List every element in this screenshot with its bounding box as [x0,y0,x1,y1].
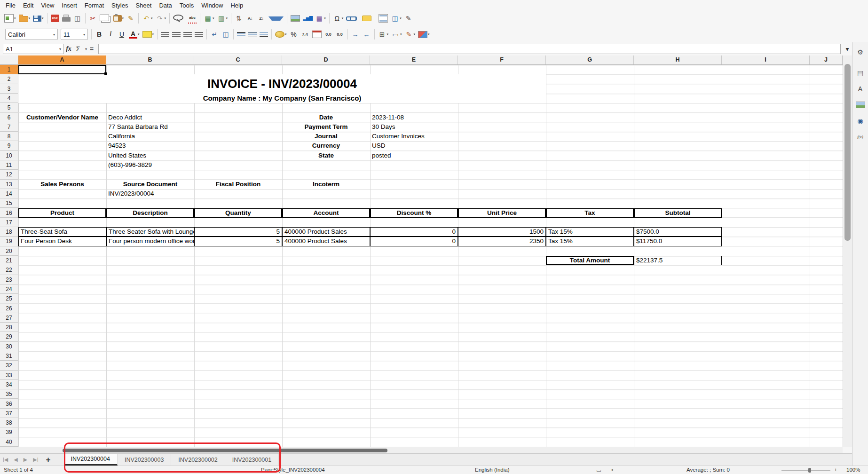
zoom-slider[interactable] [781,470,830,471]
navigator-button[interactable]: ◉ [853,114,868,128]
row-header-30[interactable]: 30 [0,342,18,351]
save-button[interactable]: ▾ [32,12,45,25]
horizontal-scrollbar[interactable] [0,447,843,453]
row-header-35[interactable]: 35 [0,389,18,399]
cell-E16[interactable]: Discount % [370,208,458,218]
align-center-button[interactable] [171,28,182,41]
border-style-button[interactable]: ▭▾ [390,28,403,41]
chevron-down-icon[interactable]: ▾ [151,16,153,20]
previous-sheet-icon[interactable]: ◀ [11,454,20,466]
chevron-down-icon[interactable]: ▾ [342,16,344,20]
column-header-A[interactable]: A [18,55,106,64]
decrease-indent-button[interactable]: ← [361,28,372,41]
wrap-text-button[interactable]: ↵ [209,28,220,41]
row-header-39[interactable]: 39 [0,427,18,437]
conditional-formatting-button[interactable]: ▾ [417,28,431,41]
column-header-J[interactable]: J [810,55,843,64]
cell-B19[interactable]: Four person modern office workstation [106,237,194,246]
cell-H19[interactable]: $11750.0 [634,237,722,246]
row-header-21[interactable]: 21 [0,256,18,265]
sort-descending-button[interactable]: Z↓ [256,12,267,25]
sort-button[interactable]: ⇅ [233,12,245,25]
column-button[interactable]: ▥▾ [216,12,229,25]
cell-A19[interactable]: Four Person Desk [18,237,106,246]
row-button[interactable]: ▤▾ [202,12,216,25]
name-box[interactable]: A1 ▾ [3,44,64,54]
row-header-33[interactable]: 33 [0,371,18,380]
print-button[interactable] [61,12,72,25]
row-header-32[interactable]: 32 [0,361,18,370]
new-spreadsheet-button[interactable]: ▾ [3,12,17,25]
chevron-down-icon[interactable]: ▾ [152,32,154,36]
zoom-level[interactable]: 100% [846,467,860,473]
cell-G21[interactable]: Total Amount [546,256,634,265]
menu-data[interactable]: Data [155,1,175,10]
row-header-8[interactable]: 8 [0,132,18,141]
horizontal-scrollbar-thumb[interactable] [63,449,387,452]
menu-file[interactable]: File [2,1,19,10]
chevron-down-icon[interactable]: ▾ [83,32,85,37]
pivot-table-button[interactable]: ▦▾ [314,12,327,25]
number-format-button[interactable]: 7.4 [300,28,311,41]
selection-mode-icon[interactable]: ▭ [596,467,601,474]
cell-H18[interactable]: $7500.0 [634,227,722,237]
zoom-in-icon[interactable]: + [834,467,837,473]
cell-C16[interactable]: Quantity [194,208,282,218]
cell-A4[interactable]: Company Name : My Company (San Francisco… [18,94,546,103]
column-header-B[interactable]: B [106,55,194,64]
formula-icon[interactable]: = [87,44,96,54]
column-header-F[interactable]: F [458,55,546,64]
row-header-3[interactable]: 3 [0,84,18,94]
row-header-10[interactable]: 10 [0,151,18,160]
find-replace-button[interactable] [172,12,187,25]
expand-formula-bar-icon[interactable]: ▾ [843,44,852,54]
hyperlink-button[interactable] [345,12,361,25]
borders-button[interactable]: ⊞▾ [377,28,390,41]
cell-B13[interactable]: Source Document [106,180,194,189]
chevron-down-icon[interactable]: ▾ [29,16,31,20]
cell-F19[interactable]: 2350 [458,237,546,246]
row-header-34[interactable]: 34 [0,380,18,389]
row-header-20[interactable]: 20 [0,246,18,256]
align-top-button[interactable] [236,28,247,41]
column-header-I[interactable]: I [722,55,810,64]
percent-button[interactable]: % [288,28,300,41]
cell-B18[interactable]: Three Seater Sofa with Lounger in Steel … [106,227,194,237]
row-header-28[interactable]: 28 [0,323,18,332]
undo-button[interactable]: ↶▾ [141,12,154,25]
cell-F18[interactable]: 1500 [458,227,546,237]
copy-button[interactable] [99,12,112,25]
column-header-H[interactable]: H [634,55,722,64]
cell-C18[interactable]: 5 [194,227,282,237]
column-header-E[interactable]: E [370,55,458,64]
row-header-25[interactable]: 25 [0,294,18,303]
cell-A13[interactable]: Sales Persons [18,180,106,189]
properties-button[interactable]: ▤ [853,66,868,80]
menu-window[interactable]: Window [197,1,227,10]
select-all-corner[interactable] [0,55,18,64]
bold-button[interactable]: B [94,28,105,41]
chevron-down-icon[interactable]: ▾ [14,16,16,20]
chevron-down-icon[interactable]: ▾ [85,47,87,51]
cell-E8[interactable]: Customer Invoices [370,132,458,141]
cell-D9[interactable]: Currency [282,141,370,150]
clone-formatting-button[interactable]: ✎ [125,12,136,25]
special-character-button[interactable]: Ω▾ [331,12,345,25]
delete-decimal-button[interactable]: 0.0 [334,28,346,41]
freeze-panes-button[interactable]: ◫▾ [389,12,403,25]
sheet-tab-INV202300003[interactable]: INV202300003 [118,454,171,466]
cell-E19[interactable]: 0 [370,237,458,246]
menu-format[interactable]: Format [81,1,108,10]
formula-input[interactable] [98,44,841,54]
font-name-select[interactable]: Calibri▾ [5,29,58,40]
zoom-out-icon[interactable]: − [773,467,777,473]
cell-C19[interactable]: 5 [194,237,282,246]
chevron-down-icon[interactable]: ▾ [387,32,389,36]
row-header-37[interactable]: 37 [0,409,18,418]
row-header-12[interactable]: 12 [0,170,18,179]
show-draw-functions-button[interactable]: ✎ [403,12,414,25]
insert-comment-button[interactable] [361,12,373,25]
merge-cells-button[interactable]: ◫ [220,28,231,41]
cell-A18[interactable]: Three-Seat Sofa [18,227,106,237]
sidebar-settings-button[interactable]: ⚙ [853,45,868,59]
